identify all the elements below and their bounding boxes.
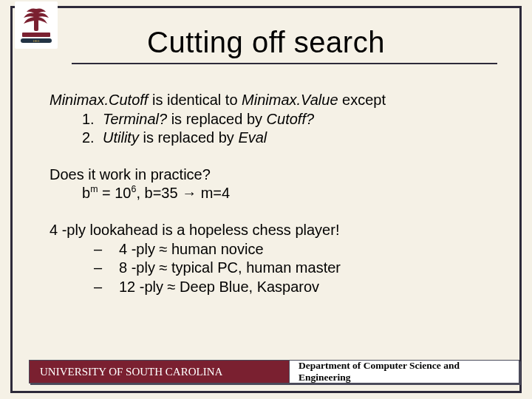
footer: UNIVERSITY OF SOUTH CAROLINA Department … — [29, 360, 519, 383]
svg-text:1801: 1801 — [33, 39, 41, 43]
paragraph-2: Does it work in practice? bm = 106, b=35… — [50, 166, 490, 203]
p3-line1: 4 -ply lookahead is a hopeless chess pla… — [50, 221, 490, 240]
p1-item2: 2.Utility is replaced by Eval — [50, 129, 490, 148]
svg-rect-0 — [34, 19, 38, 31]
p3-item1: –4 -ply ≈ human novice — [50, 240, 490, 259]
p2-line1: Does it work in practice? — [50, 166, 490, 185]
p3-item2: –8 -ply ≈ typical PC, human master — [50, 259, 490, 278]
p2-line2: bm = 106, b=35 → m=4 — [50, 184, 490, 203]
slide-frame: Cutting off search Minimax.Cutoff is ide… — [10, 6, 522, 393]
footer-department: Department of Computer Science and Engin… — [289, 360, 519, 383]
p1-item1: 1.Terminal? is replaced by Cutoff? — [50, 110, 490, 129]
p1-line1: Minimax.Cutoff is identical to Minimax.V… — [50, 91, 490, 110]
title-underline — [72, 63, 497, 64]
slide-content: Minimax.Cutoff is identical to Minimax.V… — [50, 91, 490, 314]
palmetto-tree-icon: 1801 — [19, 6, 53, 44]
paragraph-3: 4 -ply lookahead is a hopeless chess pla… — [50, 221, 490, 296]
svg-rect-1 — [22, 33, 50, 37]
footer-university: UNIVERSITY OF SOUTH CAROLINA — [29, 360, 289, 383]
slide-title: Cutting off search — [13, 26, 519, 59]
usc-logo: 1801 — [15, 1, 58, 49]
p3-item3: –12 -ply ≈ Deep Blue, Kasparov — [50, 278, 490, 297]
paragraph-1: Minimax.Cutoff is identical to Minimax.V… — [50, 91, 490, 148]
